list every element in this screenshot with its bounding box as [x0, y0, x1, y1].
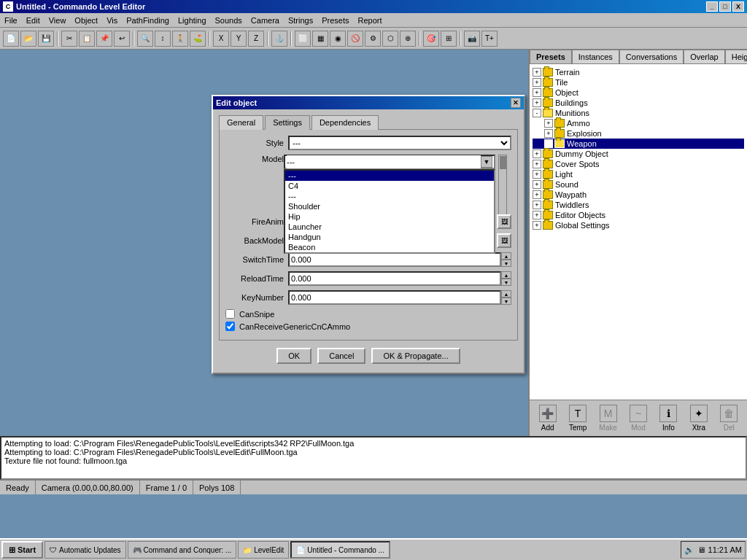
style-option-shoulder[interactable]: Shoulder — [285, 201, 494, 211]
switchTime-input[interactable]: 0.000 — [288, 252, 501, 267]
expand-munitions[interactable]: - — [533, 109, 541, 117]
toolbar-btn11[interactable]: ⊕ — [400, 31, 416, 47]
switchTime-up[interactable]: ▲ — [501, 252, 511, 260]
toolbar-grid3[interactable]: ◉ — [330, 31, 346, 47]
tree-item-light[interactable]: + Light — [533, 169, 744, 179]
menu-report[interactable]: Report — [354, 15, 387, 26]
expand-coverspots[interactable]: + — [533, 160, 541, 168]
dialog-tab-dependencies[interactable]: Dependencies — [311, 115, 379, 130]
taskbar-btn-commando[interactable]: 📄 Untitled - Commando ... — [290, 541, 390, 559]
toolbar-btn9[interactable]: ⚙ — [365, 31, 381, 47]
toolbar-btn8[interactable]: ⛳ — [190, 31, 206, 47]
toolbar-new[interactable]: 📄 — [3, 31, 19, 47]
style-dropdown-btn[interactable]: ▼ — [481, 156, 492, 168]
btn-xtra[interactable]: ✦ Xtra — [686, 405, 711, 432]
expand-terrain[interactable]: + — [533, 68, 541, 77]
expand-weapon[interactable]: + — [544, 139, 553, 148]
tree-item-weapon[interactable]: + Weapon — [533, 139, 744, 149]
toolbar-x[interactable]: X — [213, 31, 229, 47]
style-text-input[interactable] — [287, 155, 481, 168]
tab-heightfield[interactable]: Heightfield — [725, 50, 747, 63]
switchTime-down[interactable]: ▼ — [501, 260, 511, 267]
tree-item-tile[interactable]: + Tile — [533, 77, 744, 88]
toolbar-btn6[interactable]: ↕ — [155, 31, 171, 47]
keyNumber-input[interactable]: 0.000 — [288, 290, 501, 305]
ok-propagate-button[interactable]: OK & Propagate... — [371, 348, 460, 364]
tree-item-explosion[interactable]: + Explosion — [533, 128, 744, 139]
expand-tile[interactable]: + — [533, 78, 541, 87]
toolbar-anchor[interactable]: ⚓ — [271, 31, 287, 47]
tree-item-ammo[interactable]: + Ammo — [533, 118, 744, 128]
expand-globalsettings[interactable]: + — [533, 221, 541, 230]
expand-sound[interactable]: + — [533, 180, 541, 189]
toolbar-btn14[interactable]: T+ — [481, 31, 498, 47]
style-option-handgun[interactable]: Handgun — [285, 232, 494, 242]
expand-ammo[interactable]: + — [544, 119, 553, 128]
style-option-beacon[interactable]: Beacon — [285, 242, 494, 252]
menu-view[interactable]: View — [44, 15, 71, 26]
tree-item-coverspots[interactable]: + Cover Spots — [533, 159, 744, 169]
btn-add[interactable]: ➕ Add — [535, 405, 560, 432]
maximize-button[interactable]: □ — [719, 1, 731, 12]
fireAnim-browse[interactable]: 🖼 — [497, 214, 511, 229]
menu-lighting[interactable]: Lighting — [174, 15, 211, 26]
menu-edit[interactable]: Edit — [22, 15, 44, 26]
menu-pathfinding[interactable]: PathFinding — [122, 15, 174, 26]
menu-vis[interactable]: Vis — [102, 15, 122, 26]
btn-mod[interactable]: ~ Mod — [626, 405, 650, 432]
toolbar-y[interactable]: Y — [231, 31, 247, 47]
start-button[interactable]: ⊞ Start — [1, 541, 43, 559]
toolbar-btn12[interactable]: 🎯 — [423, 31, 439, 47]
backModel-browse[interactable]: 🖼 — [497, 233, 511, 248]
tree-item-waypath[interactable]: + Waypath — [533, 190, 744, 200]
toolbar-paste[interactable]: 📌 — [96, 31, 112, 47]
minimize-button[interactable]: _ — [706, 1, 718, 12]
reloadTime-up[interactable]: ▲ — [501, 271, 511, 279]
btn-info[interactable]: ℹ Info — [657, 405, 681, 432]
menu-camera[interactable]: Camera — [247, 15, 284, 26]
tab-presets[interactable]: Presets — [530, 50, 572, 63]
canSnipe-checkbox[interactable] — [225, 309, 235, 319]
toolbar-btn13[interactable]: ⊞ — [441, 31, 457, 47]
tree-item-dummy[interactable]: + Dummy Object — [533, 149, 744, 159]
menu-sounds[interactable]: Sounds — [211, 15, 247, 26]
style-option-dashes2[interactable]: --- — [285, 191, 494, 201]
style-select[interactable]: --- C4 --- Shoulder Hip Launcher Handgun… — [288, 136, 511, 150]
toolbar-save[interactable]: 💾 — [38, 31, 54, 47]
taskbar-btn-leveledit[interactable]: 📁 LevelEdit — [238, 541, 289, 559]
taskbar-btn-updates[interactable]: 🛡 Automatic Updates — [44, 541, 126, 559]
reloadTime-input[interactable]: 0.000 — [288, 271, 501, 286]
tree-item-object[interactable]: + Object — [533, 88, 744, 98]
btn-make[interactable]: M Make — [596, 405, 620, 432]
style-option-dashes[interactable]: --- — [285, 171, 494, 181]
model-scrollbar[interactable] — [497, 155, 511, 169]
expand-dummy[interactable]: + — [533, 149, 541, 158]
toolbar-cam[interactable]: 📷 — [464, 31, 480, 47]
tab-overlap[interactable]: Overlap — [684, 50, 725, 63]
btn-del[interactable]: 🗑 Del — [717, 405, 741, 432]
toolbar-undo[interactable]: ↩ — [114, 31, 130, 47]
tree-item-twiddlers[interactable]: + Twiddlers — [533, 200, 744, 210]
toolbar-grid1[interactable]: ⬜ — [295, 31, 311, 47]
tab-conversations[interactable]: Conversations — [619, 50, 684, 63]
tree-item-sound[interactable]: + Sound — [533, 179, 744, 190]
keyNumber-down[interactable]: ▼ — [501, 298, 511, 305]
menu-presets[interactable]: Presets — [317, 15, 353, 26]
menu-strings[interactable]: Strings — [284, 15, 317, 26]
toolbar-grid2[interactable]: ▦ — [312, 31, 328, 47]
taskbar-btn-cnc[interactable]: 🎮 Command and Conquer: ... — [128, 541, 237, 559]
toolbar-copy[interactable]: 📋 — [79, 31, 95, 47]
canReceive-checkbox[interactable] — [225, 322, 235, 331]
scroll-thumb[interactable] — [500, 156, 507, 169]
expand-twiddlers[interactable]: + — [533, 201, 541, 209]
tab-instances[interactable]: Instances — [572, 50, 619, 63]
keyNumber-up[interactable]: ▲ — [501, 290, 511, 298]
toolbar-btn5[interactable]: 🔍 — [137, 31, 153, 47]
reloadTime-down[interactable]: ▼ — [501, 279, 511, 286]
expand-editorobjects[interactable]: + — [533, 211, 541, 219]
toolbar-open[interactable]: 📂 — [20, 31, 36, 47]
expand-buildings[interactable]: + — [533, 98, 541, 107]
dialog-close-button[interactable]: ✕ — [511, 98, 521, 108]
style-option-hip[interactable]: Hip — [285, 211, 494, 222]
toolbar-prohibit[interactable]: 🚫 — [347, 31, 363, 47]
